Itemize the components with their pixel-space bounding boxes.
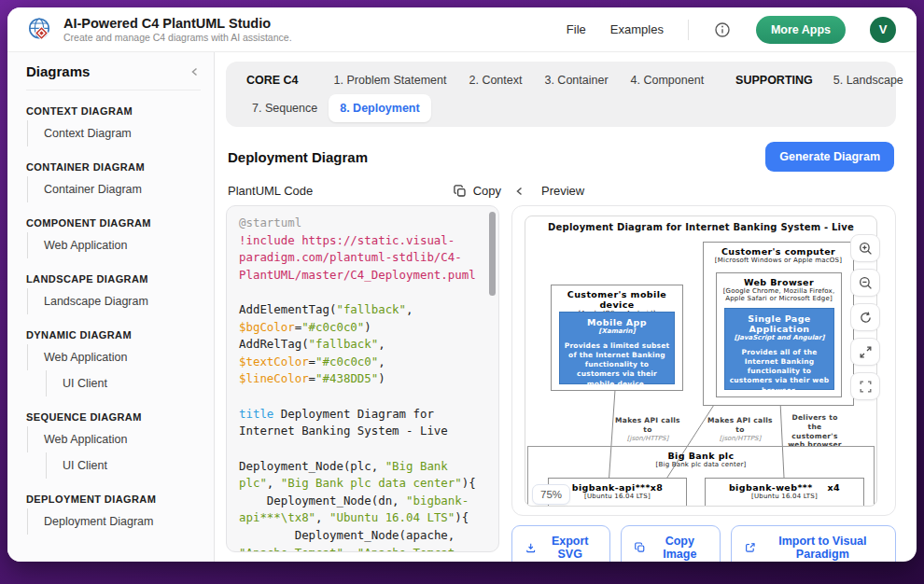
zoom-in-button[interactable] <box>850 234 880 262</box>
sidebar-item[interactable]: UI Client <box>46 452 201 479</box>
diagram-title: Deployment Diagram for Internet Banking … <box>525 222 876 232</box>
copy-icon <box>454 185 467 198</box>
preview-collapse-chevron-icon[interactable] <box>514 186 525 197</box>
diagram-node-big-bank-plc: Big Bank plc [Big Bank plc data center] … <box>527 446 875 507</box>
sidebar-item[interactable]: Container Diagram <box>27 176 201 202</box>
main-content: CORE C41. Problem Statement2. Context3. … <box>215 52 917 562</box>
reset-view-button[interactable] <box>850 303 880 331</box>
tab-2-context[interactable]: 2. Context <box>457 66 533 94</box>
diagram-tabbar: CORE C41. Problem Statement2. Context3. … <box>226 62 896 127</box>
edge-label-api-1: Makes API calls to [json/HTTPS] <box>613 416 682 442</box>
diagram-container-mobile-app: Mobile App [Xamarin] Provides a limited … <box>559 312 675 384</box>
generate-diagram-button[interactable]: Generate Diagram <box>765 142 894 172</box>
tab-5-landscape[interactable]: 5. Landscape <box>822 66 915 94</box>
container-name: Single Page Application <box>729 313 830 334</box>
node-tech: [Ubuntu 16.04 LTS] <box>706 493 863 500</box>
copy-button-label: Copy <box>473 184 501 198</box>
sidebar-item[interactable]: Web Application <box>27 426 201 452</box>
sidebar-section-header: LANDSCAPE DIAGRAM <box>26 273 201 285</box>
sidebar-section-header: SEQUENCE DIAGRAM <box>26 411 201 423</box>
container-desc: Provides all of the Internet Banking fun… <box>729 348 830 396</box>
copy-code-button[interactable]: Copy <box>454 184 501 198</box>
copy-image-button[interactable]: Copy Image <box>621 525 721 562</box>
edge-label-api-2: Makes API calls to [json/HTTPS] <box>706 416 775 442</box>
visual-paradigm-logo-icon <box>26 16 54 44</box>
node-name: Big Bank plc <box>528 447 874 461</box>
download-icon <box>525 541 536 554</box>
plantuml-code-panel[interactable]: @startuml!include https://static.visual-… <box>226 205 499 552</box>
tab-8-deployment[interactable]: 8. Deployment <box>329 94 430 122</box>
header-divider <box>688 20 689 40</box>
zoom-level-badge: 75% <box>532 484 570 505</box>
node-name: Web Browser <box>717 273 841 287</box>
code-panel-label: PlantUML Code <box>228 184 313 198</box>
sidebar-section-header: CONTEXT DIAGRAM <box>26 105 201 117</box>
tab-3-container[interactable]: 3. Container <box>533 66 619 94</box>
app-title: AI-Powered C4 PlantUML Studio <box>63 16 292 31</box>
sidebar-title: Diagrams <box>26 63 90 79</box>
preview-panel-label: Preview <box>541 184 584 198</box>
more-apps-button[interactable]: More Apps <box>756 16 846 44</box>
container-tech: [JavaScript and Angular] <box>729 334 830 341</box>
header-titles: AI-Powered C4 PlantUML Studio Create and… <box>63 16 292 43</box>
tab-4-component[interactable]: 4. Component <box>620 66 716 94</box>
diagram-container-spa: Single Page Application [JavaScript and … <box>724 308 834 390</box>
node-name: Customer's computer <box>704 243 853 257</box>
node-tech: [Google Chrome, Mozilla Firefox, Apple S… <box>717 287 841 302</box>
app-subtitle: Create and manage C4 diagrams with AI as… <box>63 32 292 43</box>
import-to-visual-paradigm-button[interactable]: Import to Visual Paradigm <box>731 525 896 562</box>
tabbar-row-2: 7. Sequence8. Deployment <box>241 94 881 122</box>
sidebar-section-header: COMPONENT DIAGRAM <box>26 217 201 229</box>
preview-panel: Deployment Diagram for Internet Banking … <box>511 205 896 516</box>
external-link-icon <box>745 541 756 554</box>
diagram-node-mobile-device: Customer's mobile device [Apple IOS or A… <box>551 285 683 391</box>
diagram-node-bigbank-web: bigbank-web*** x4 [Ubuntu 16.04 LTS] Apa… <box>705 478 864 507</box>
diagram-node-web-browser: Web Browser [Google Chrome, Mozilla Fire… <box>716 272 842 397</box>
sidebar-item[interactable]: Landscape Diagram <box>27 288 201 314</box>
app-window: AI-Powered C4 PlantUML Studio Create and… <box>7 7 917 562</box>
code-scrollbar[interactable] <box>489 212 496 296</box>
tab-6-dynamic[interactable]: 6. Dynamic <box>915 66 917 94</box>
plantuml-code[interactable]: @startuml!include https://static.visual-… <box>227 206 498 552</box>
node-tech: [Big Bank plc data center] <box>528 461 874 468</box>
sidebar-item[interactable]: Deployment Diagram <box>27 508 201 535</box>
app-frame: AI-Powered C4 PlantUML Studio Create and… <box>0 0 924 584</box>
sidebar-section-header: DYNAMIC DIAGRAM <box>26 329 201 341</box>
node-tech: [Microsoft Windows or Apple macOS] <box>704 257 853 264</box>
edge-label-deliver: Delivers to the customer's web browser <box>785 413 845 450</box>
sidebar-section-header: DEPLOYMENT DIAGRAM <box>26 494 201 505</box>
sidebar-sections: CONTEXT DIAGRAMContext DiagramCONTAINER … <box>26 105 201 535</box>
tab-1-problem-statement[interactable]: 1. Problem Statement <box>323 66 458 94</box>
sidebar-section-header: CONTAINER DIAGRAM <box>26 161 201 173</box>
tab-7-sequence[interactable]: 7. Sequence <box>241 94 329 122</box>
tabbar-row-1: CORE C41. Problem Statement2. Context3. … <box>241 66 881 94</box>
node-name: Customer's mobile device <box>552 285 682 310</box>
page-title: Deployment Diagram <box>228 149 368 165</box>
zoom-out-button[interactable] <box>850 269 880 297</box>
container-tech: [Xamarin] <box>564 327 670 335</box>
sidebar-collapse-chevron-icon[interactable] <box>189 66 201 77</box>
tab-group-label: SUPPORTING <box>730 66 822 94</box>
copy-icon <box>635 541 645 554</box>
preview-zoom-controls <box>850 234 880 400</box>
export-svg-button[interactable]: Export SVG <box>511 525 610 562</box>
menu-file[interactable]: File <box>567 22 586 36</box>
container-desc: Provides a limited subset of the Interne… <box>564 341 670 389</box>
menu-examples[interactable]: Examples <box>610 22 664 36</box>
sidebar-item[interactable]: UI Client <box>46 370 201 396</box>
diagram-canvas[interactable]: Deployment Diagram for Internet Banking … <box>525 216 877 507</box>
node-multiplicity: x4 <box>828 482 841 493</box>
app-header: AI-Powered C4 PlantUML Studio Create and… <box>7 7 917 52</box>
sidebar-item[interactable]: Web Application <box>27 344 201 370</box>
container-name: Mobile App <box>564 317 670 327</box>
sidebar-item[interactable]: Web Application <box>27 232 201 258</box>
diagrams-sidebar: Diagrams CONTEXT DIAGRAMContext DiagramC… <box>7 52 215 562</box>
diagram-node-customers-computer: Customer's computer [Microsoft Windows o… <box>703 242 854 406</box>
preview-actions: Export SVG Copy Image Import to Visual P… <box>511 525 896 562</box>
node-name: bigbank-web*** x4 <box>706 479 863 493</box>
fullscreen-button[interactable] <box>850 338 880 366</box>
fit-selection-button[interactable] <box>850 372 880 400</box>
avatar[interactable]: V <box>870 17 896 43</box>
sidebar-item[interactable]: Context Diagram <box>27 120 201 146</box>
info-icon[interactable] <box>713 21 732 39</box>
